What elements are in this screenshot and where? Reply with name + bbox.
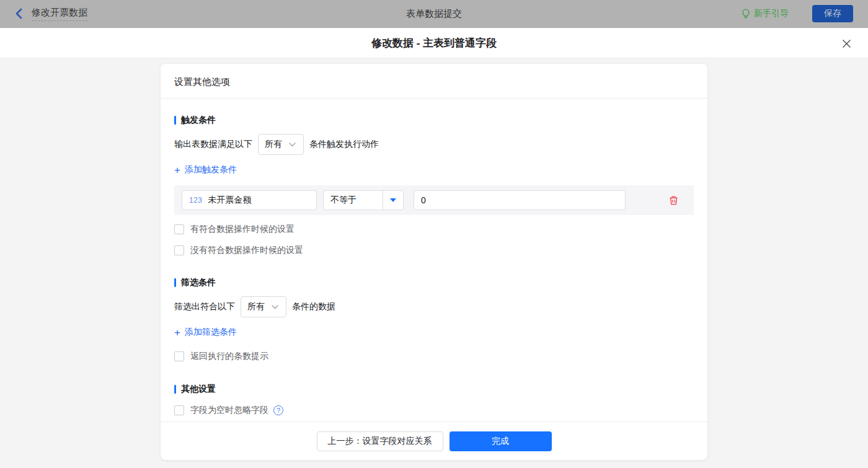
save-button[interactable]: 保存 bbox=[812, 5, 853, 22]
delete-condition-button[interactable] bbox=[668, 195, 679, 206]
has-matching-data-option: 有符合数据操作时候的设置 bbox=[174, 224, 694, 235]
condition-field-select[interactable]: 123 未开票金额 bbox=[182, 190, 317, 210]
condition-operator-select[interactable]: 不等于 bbox=[323, 190, 404, 210]
back-navigation[interactable]: 修改开票数据 bbox=[15, 7, 87, 21]
filter-match-select[interactable]: 所有 bbox=[241, 296, 286, 317]
add-filter-condition-link[interactable]: + 添加筛选条件 bbox=[174, 327, 237, 338]
guide-label: 新手引导 bbox=[754, 8, 789, 19]
close-icon[interactable] bbox=[841, 38, 852, 49]
back-chevron-icon[interactable] bbox=[15, 8, 23, 19]
previous-step-button[interactable]: 上一步：设置字段对应关系 bbox=[317, 431, 443, 451]
trigger-section-heading: 触发条件 bbox=[174, 115, 694, 126]
has-matching-data-checkbox[interactable] bbox=[174, 224, 184, 234]
plus-icon: + bbox=[174, 327, 180, 338]
card-content: 触发条件 输出表数据满足以下 所有 条件触发执行动作 + 添加触发条件 123 … bbox=[161, 99, 707, 422]
condition-value-input[interactable] bbox=[414, 190, 626, 210]
chevron-down-icon bbox=[289, 143, 296, 147]
return-count-label: 返回执行的条数提示 bbox=[190, 351, 268, 362]
no-matching-data-label: 没有符合数据操作时候的设置 bbox=[190, 245, 303, 256]
trash-icon bbox=[668, 195, 679, 206]
filter-heading-label: 筛选条件 bbox=[181, 277, 216, 288]
modal-header: 修改数据 - 主表到普通字段 bbox=[0, 28, 868, 58]
add-trigger-condition-link[interactable]: + 添加触发条件 bbox=[174, 164, 237, 175]
ignore-empty-field-option: 字段为空时忽略字段 ? bbox=[174, 405, 694, 416]
filter-section-heading: 筛选条件 bbox=[174, 277, 694, 288]
filter-sentence-suffix: 条件的数据 bbox=[292, 301, 335, 312]
ignore-empty-field-checkbox[interactable] bbox=[174, 405, 184, 415]
done-button[interactable]: 完成 bbox=[450, 431, 552, 451]
add-filter-condition-label: 添加筛选条件 bbox=[185, 327, 237, 338]
beginner-guide-link[interactable]: 新手引导 bbox=[742, 8, 789, 19]
trigger-match-select[interactable]: 所有 bbox=[258, 134, 304, 155]
has-matching-data-label: 有符合数据操作时候的设置 bbox=[190, 224, 294, 235]
plus-icon: + bbox=[174, 165, 180, 175]
section-marker bbox=[174, 116, 176, 125]
trigger-match-value: 所有 bbox=[265, 139, 282, 150]
other-section-heading: 其他设置 bbox=[174, 384, 694, 395]
section-marker bbox=[174, 278, 176, 287]
trigger-sentence-suffix: 条件触发执行动作 bbox=[309, 139, 379, 150]
add-trigger-condition-label: 添加触发条件 bbox=[185, 164, 237, 175]
trigger-match-row: 输出表数据满足以下 所有 条件触发执行动作 bbox=[174, 134, 694, 155]
no-matching-data-checkbox[interactable] bbox=[174, 245, 184, 255]
number-field-icon: 123 bbox=[189, 196, 203, 205]
ignore-empty-field-label: 字段为空时忽略字段 bbox=[190, 405, 268, 416]
back-label[interactable]: 修改开票数据 bbox=[32, 7, 87, 21]
card-footer: 上一步：设置字段对应关系 完成 bbox=[161, 422, 707, 460]
options-card: 设置其他选项 触发条件 输出表数据满足以下 所有 条件触发执行动作 + 添加触发… bbox=[161, 64, 707, 460]
top-bar: 修改开票数据 表单数据提交 新手引导 保存 bbox=[0, 0, 868, 28]
operator-caret-cell[interactable] bbox=[383, 191, 403, 210]
other-heading-label: 其他设置 bbox=[181, 384, 216, 395]
condition-field-name: 未开票金额 bbox=[208, 195, 252, 206]
trigger-heading-label: 触发条件 bbox=[181, 115, 216, 126]
condition-operator-value: 不等于 bbox=[324, 191, 383, 210]
modal-body: 设置其他选项 触发条件 输出表数据满足以下 所有 条件触发执行动作 + 添加触发… bbox=[0, 58, 868, 468]
return-count-checkbox[interactable] bbox=[174, 351, 184, 361]
section-marker bbox=[174, 385, 176, 394]
filter-match-row: 筛选出符合以下 所有 条件的数据 bbox=[174, 296, 694, 317]
chevron-down-icon bbox=[272, 305, 278, 309]
trigger-sentence-prefix: 输出表数据满足以下 bbox=[174, 139, 252, 150]
card-title: 设置其他选项 bbox=[161, 64, 707, 99]
help-icon[interactable]: ? bbox=[273, 405, 283, 415]
caret-down-icon bbox=[390, 198, 396, 202]
lightbulb-icon bbox=[742, 9, 750, 19]
return-count-option: 返回执行的条数提示 bbox=[174, 351, 694, 362]
no-matching-data-option: 没有符合数据操作时候的设置 bbox=[174, 245, 694, 256]
filter-match-value: 所有 bbox=[247, 301, 265, 312]
filter-sentence-prefix: 筛选出符合以下 bbox=[174, 301, 235, 312]
trigger-condition-row: 123 未开票金额 不等于 bbox=[174, 185, 694, 215]
page-title: 表单数据提交 bbox=[0, 8, 868, 20]
modal-title: 修改数据 - 主表到普通字段 bbox=[371, 36, 497, 50]
